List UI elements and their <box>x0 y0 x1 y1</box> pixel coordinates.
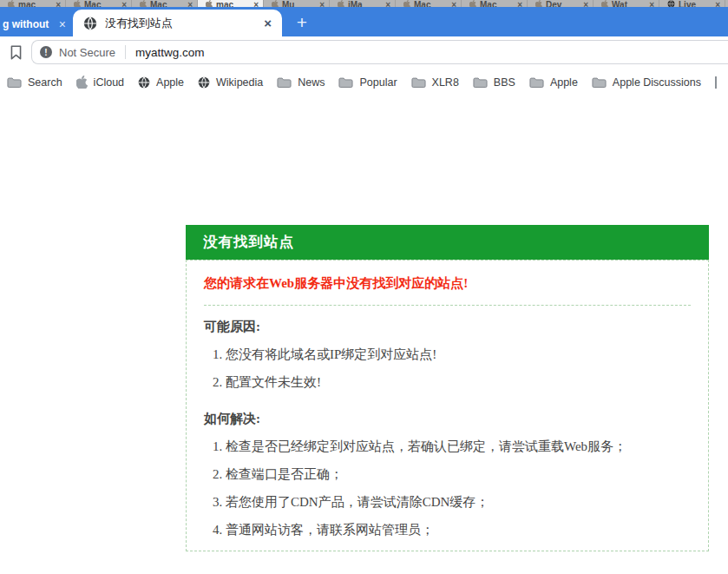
background-tab-active[interactable]: mac × <box>198 0 264 7</box>
address-bar[interactable]: ! Not Secure myattwg.com <box>31 40 728 64</box>
list-item: 配置文件未生效! <box>226 373 691 391</box>
apple-icon <box>76 76 88 89</box>
apple-icon <box>74 0 81 7</box>
background-tab-label: Mac <box>84 0 101 7</box>
close-icon[interactable]: × <box>583 0 588 7</box>
folder-icon <box>529 76 544 89</box>
tab-label: g without <box>3 18 49 30</box>
browser-window: mac × Mac × Mac × mac × Mu × iMa × <box>0 0 728 574</box>
bookmark-item[interactable]: Apple Discussions <box>592 76 701 89</box>
list-item: 您没有将此域名或IP绑定到对应站点! <box>226 346 691 363</box>
bookmark-label: BBS <box>494 76 515 89</box>
close-icon[interactable]: × <box>264 16 272 30</box>
background-tab-label: Mac <box>414 0 430 7</box>
site-not-found-panel: 没有找到站点 您的请求在Web服务器中没有找到对应的站点! 可能原因: 您没有将… <box>186 225 709 551</box>
close-icon[interactable]: × <box>253 0 259 7</box>
apple-icon <box>469 0 476 7</box>
close-icon[interactable]: × <box>385 0 390 7</box>
globe-icon <box>667 0 675 7</box>
bookmarks-overflow-divider <box>715 76 717 89</box>
background-tab-label: mac <box>216 0 233 7</box>
bookmark-icon[interactable] <box>9 44 23 61</box>
background-tab[interactable]: Mu × <box>264 0 330 7</box>
folder-icon <box>7 76 22 89</box>
globe-icon <box>198 76 210 89</box>
url-text[interactable]: myattwg.com <box>135 46 205 59</box>
background-tab-label: Mac <box>150 0 167 7</box>
background-tab-label: Mac <box>480 0 496 7</box>
bookmark-item[interactable]: News <box>277 76 325 89</box>
close-icon[interactable]: × <box>649 0 654 7</box>
solutions-heading: 如何解决: <box>204 410 691 427</box>
list-item: 检查是否已经绑定到对应站点，若确认已绑定，请尝试重载Web服务； <box>226 438 691 455</box>
bookmark-label: Search <box>28 76 62 89</box>
apple-icon <box>601 0 608 7</box>
folder-icon <box>592 76 607 89</box>
bookmark-item[interactable]: iCloud <box>76 76 124 89</box>
background-tab[interactable]: Mac × <box>132 0 198 7</box>
security-label[interactable]: Not Secure <box>59 46 115 59</box>
list-item: 检查端口是否正确； <box>226 465 691 483</box>
close-icon[interactable]: × <box>59 17 66 31</box>
bookmark-label: News <box>298 76 325 89</box>
background-tab-label: mac <box>18 0 36 7</box>
apple-icon <box>535 0 542 7</box>
background-tab[interactable]: mac × <box>0 0 66 7</box>
page-viewport: 没有找到站点 您的请求在Web服务器中没有找到对应的站点! 可能原因: 您没有将… <box>0 96 728 574</box>
globe-favicon-icon <box>83 16 97 30</box>
causes-heading: 可能原因: <box>204 318 691 335</box>
close-icon[interactable]: × <box>715 0 720 7</box>
close-icon[interactable]: × <box>517 0 522 7</box>
folder-icon <box>473 76 488 89</box>
error-content-box: 您的请求在Web服务器中没有找到对应的站点! 可能原因: 您没有将此域名或IP绑… <box>186 260 709 551</box>
causes-list: 您没有将此域名或IP绑定到对应站点! 配置文件未生效! <box>204 346 691 391</box>
tab-inactive-partial[interactable]: g without × <box>0 7 73 36</box>
error-message: 您的请求在Web服务器中没有找到对应的站点! <box>204 274 691 292</box>
close-icon[interactable]: × <box>319 0 325 7</box>
new-tab-button[interactable]: + <box>290 10 314 35</box>
background-tab-label: Mu <box>282 0 294 7</box>
background-tab[interactable]: Dev × <box>528 0 594 7</box>
background-tab[interactable]: iMa × <box>330 0 396 7</box>
background-tab[interactable]: Mac × <box>396 0 462 7</box>
apple-icon <box>272 0 279 7</box>
close-icon[interactable]: × <box>56 0 61 7</box>
background-tab-label: Dev <box>546 0 561 7</box>
background-tab[interactable]: Mac × <box>462 0 528 7</box>
not-secure-icon[interactable]: ! <box>40 46 52 58</box>
background-tab-label: Wat <box>612 0 627 7</box>
close-icon[interactable]: × <box>121 0 127 7</box>
apple-icon <box>206 0 213 7</box>
folder-icon <box>411 76 426 89</box>
exclamation-glyph: ! <box>44 48 47 57</box>
tab-title: 没有找到站点 <box>105 16 256 31</box>
solutions-list: 检查是否已经绑定到对应站点，若确认已绑定，请尝试重载Web服务； 检查端口是否正… <box>204 438 691 538</box>
bookmark-label: Apple <box>550 76 578 89</box>
background-tab-label: Live <box>679 0 696 7</box>
bookmark-item[interactable]: BBS <box>473 76 515 89</box>
bookmark-label: Wikipedia <box>216 76 263 89</box>
bookmarks-bar: Search iCloud Apple Wikipedia News Popul… <box>0 68 728 96</box>
close-icon[interactable]: × <box>187 0 193 7</box>
bookmark-item[interactable]: XLR8 <box>411 76 459 89</box>
bookmark-label: Apple <box>156 76 184 89</box>
close-icon[interactable]: × <box>451 0 456 7</box>
background-window-tab-strip: mac × Mac × Mac × mac × Mu × iMa × <box>0 0 728 7</box>
dashed-divider <box>204 305 691 306</box>
bookmark-label: iCloud <box>94 76 124 89</box>
bookmark-item[interactable]: Apple <box>529 76 578 89</box>
bookmark-item[interactable]: Popular <box>338 76 397 89</box>
bookmark-label: XLR8 <box>432 76 459 89</box>
background-tab[interactable]: Live × <box>659 0 725 7</box>
toolbar: ! Not Secure myattwg.com <box>0 36 728 68</box>
background-tab[interactable]: Mac × <box>66 0 132 7</box>
tab-bar: g without × 没有找到站点 × + <box>0 7 728 36</box>
background-tab[interactable]: Wat × <box>594 0 659 7</box>
bookmark-item[interactable]: Apple <box>138 76 184 89</box>
plus-icon: + <box>297 12 307 33</box>
apple-icon <box>8 0 15 7</box>
tab-active[interactable]: 没有找到站点 × <box>73 10 282 36</box>
bookmark-item[interactable]: Search <box>7 76 62 89</box>
bookmark-label: Popular <box>359 76 397 89</box>
bookmark-item[interactable]: Wikipedia <box>198 76 263 89</box>
